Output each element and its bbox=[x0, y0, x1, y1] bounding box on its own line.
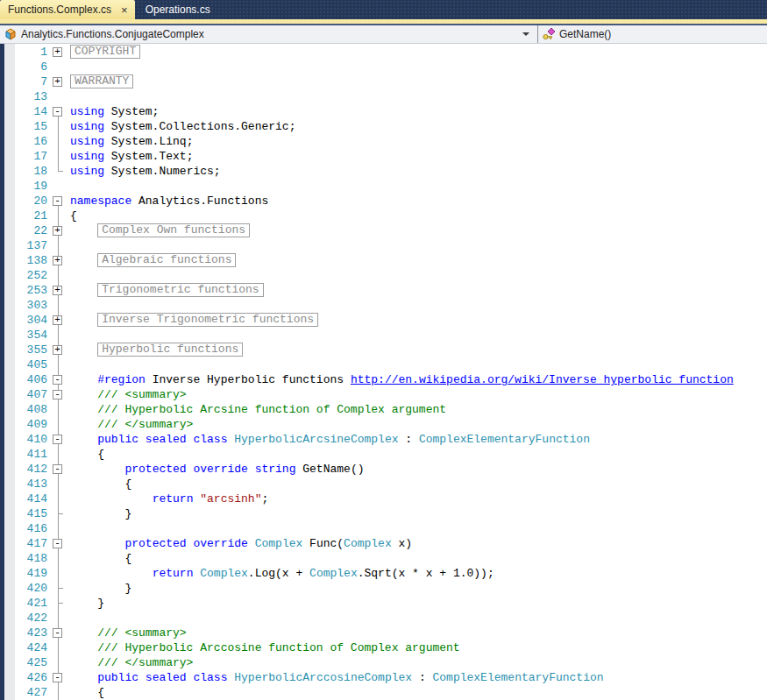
code-token bbox=[70, 537, 124, 550]
code-editor-surface[interactable]: 1+COPYRIGHT67+WARRANTY1314-using System;… bbox=[0, 44, 767, 700]
collapse-region-button[interactable]: - bbox=[53, 196, 62, 206]
chevron-down-icon[interactable] bbox=[522, 32, 529, 36]
collapse-region-button[interactable]: - bbox=[53, 375, 62, 385]
code-token bbox=[70, 433, 97, 446]
code-text[interactable]: /// Hyperbolic Arccosine function of Com… bbox=[70, 640, 767, 655]
indent bbox=[70, 314, 97, 327]
code-line: 304+ Inverse Trigonometric functions bbox=[0, 313, 767, 328]
collapsed-region-box[interactable]: Algebraic functions bbox=[97, 253, 236, 267]
code-text[interactable]: /// </summary> bbox=[70, 417, 767, 432]
code-text[interactable]: using System; bbox=[70, 104, 767, 119]
code-token bbox=[70, 567, 153, 580]
code-token: System; bbox=[104, 105, 159, 118]
code-line: 18using System.Numerics; bbox=[0, 164, 767, 179]
hyperlink[interactable]: http://en.wikipedia.org/wiki/Inverse_hyp… bbox=[351, 373, 734, 386]
collapse-region-button[interactable]: - bbox=[53, 464, 62, 474]
code-line: 417- protected override Complex Func(Com… bbox=[0, 536, 767, 551]
outline-line bbox=[58, 477, 59, 491]
code-text[interactable] bbox=[70, 328, 767, 343]
code-text[interactable]: using System.Text; bbox=[70, 149, 767, 164]
code-text[interactable]: Trigonometric functions bbox=[70, 283, 767, 298]
code-line: 420 } bbox=[0, 581, 767, 596]
collapse-region-button[interactable]: - bbox=[53, 435, 62, 444]
code-text[interactable]: using System.Numerics; bbox=[70, 164, 767, 179]
code-text[interactable]: return "arcsinh"; bbox=[70, 491, 767, 506]
code-text[interactable] bbox=[70, 268, 767, 283]
collapsed-region-box[interactable]: Inverse Trigonometric functions bbox=[97, 313, 318, 327]
code-text[interactable]: public sealed class HyperbolicArcsineCom… bbox=[70, 432, 767, 447]
collapse-region-button[interactable]: - bbox=[53, 107, 62, 117]
code-text[interactable]: } bbox=[70, 506, 767, 521]
tab-operations[interactable]: Operations.cs bbox=[135, 0, 221, 19]
close-icon[interactable]: × bbox=[121, 4, 128, 16]
code-text[interactable] bbox=[70, 89, 767, 104]
fold-margin bbox=[50, 179, 70, 194]
code-token: HyperbolicArcsineComplex bbox=[234, 433, 398, 446]
member-dropdown[interactable]: GetName() bbox=[538, 25, 767, 43]
code-token: System.Collections.Generic; bbox=[104, 120, 295, 133]
code-text[interactable]: { bbox=[70, 477, 767, 491]
line-number: 18 bbox=[0, 164, 50, 179]
code-text[interactable]: return Complex.Log(x + Complex.Sqrt(x * … bbox=[70, 566, 767, 581]
code-text[interactable]: } bbox=[70, 581, 767, 596]
expand-region-button[interactable]: + bbox=[53, 77, 62, 87]
code-text[interactable]: { bbox=[70, 685, 767, 700]
expand-region-button[interactable]: + bbox=[53, 47, 62, 57]
code-text[interactable]: } bbox=[70, 596, 767, 611]
code-text[interactable]: /// </summary> bbox=[70, 655, 767, 670]
code-text[interactable]: public sealed class HyperbolicArccosineC… bbox=[70, 670, 767, 685]
class-icon bbox=[4, 27, 18, 41]
collapsed-region-box[interactable]: Complex Own functions bbox=[97, 223, 250, 237]
collapse-region-button[interactable]: - bbox=[53, 628, 62, 638]
code-text[interactable] bbox=[70, 179, 767, 194]
code-text[interactable] bbox=[70, 611, 767, 626]
fold-margin bbox=[50, 491, 70, 506]
code-text[interactable] bbox=[70, 238, 767, 253]
code-text[interactable]: { bbox=[70, 551, 767, 566]
tab-functions-complex[interactable]: Functions.Complex.cs × bbox=[0, 0, 135, 19]
code-text[interactable]: Complex Own functions bbox=[70, 223, 767, 238]
code-text[interactable]: Algebraic functions bbox=[70, 253, 767, 268]
code-token: Func( bbox=[302, 537, 344, 550]
code-text[interactable]: #region Inverse Hyperbolic functions htt… bbox=[70, 372, 767, 387]
fold-margin bbox=[50, 447, 70, 462]
code-text[interactable]: WARRANTY bbox=[70, 74, 767, 89]
outline-line bbox=[58, 417, 59, 432]
collapse-region-button[interactable]: - bbox=[53, 673, 62, 682]
code-text[interactable] bbox=[70, 60, 767, 74]
collapse-region-button[interactable]: - bbox=[53, 390, 62, 399]
code-text[interactable]: namespace Analytics.Functions bbox=[70, 194, 767, 209]
expand-region-button[interactable]: + bbox=[53, 226, 62, 236]
code-line: 252 bbox=[0, 268, 767, 283]
code-text[interactable]: using System.Linq; bbox=[70, 134, 767, 149]
collapsed-region-box[interactable]: Trigonometric functions bbox=[97, 283, 263, 297]
expand-region-button[interactable]: + bbox=[53, 315, 62, 325]
code-text[interactable]: { bbox=[70, 209, 767, 223]
expand-region-button[interactable]: + bbox=[53, 286, 62, 295]
type-dropdown[interactable]: Analytics.Functions.ConjugateComplex bbox=[0, 25, 537, 43]
code-text[interactable]: protected override Complex Func(Complex … bbox=[70, 536, 767, 551]
code-text[interactable] bbox=[70, 521, 767, 536]
code-text[interactable]: /// Hyperbolic Arcsine function of Compl… bbox=[70, 402, 767, 417]
code-text[interactable]: /// <summary> bbox=[70, 626, 767, 640]
code-token bbox=[248, 537, 255, 550]
code-token: Complex bbox=[200, 567, 248, 580]
collapsed-region-box[interactable]: Hyperbolic functions bbox=[97, 343, 243, 357]
collapsed-region-box[interactable]: WARRANTY bbox=[70, 74, 133, 88]
code-text[interactable]: Hyperbolic functions bbox=[70, 343, 767, 357]
code-text[interactable]: { bbox=[70, 447, 767, 462]
code-text[interactable] bbox=[70, 357, 767, 372]
collapse-region-button[interactable]: - bbox=[53, 539, 62, 548]
code-text[interactable]: /// <summary> bbox=[70, 387, 767, 402]
code-text[interactable]: using System.Collections.Generic; bbox=[70, 119, 767, 134]
fold-margin: - bbox=[50, 626, 70, 640]
code-text[interactable] bbox=[70, 298, 767, 313]
type-dropdown-value: Analytics.Functions.ConjugateComplex bbox=[21, 28, 204, 40]
expand-region-button[interactable]: + bbox=[53, 345, 62, 355]
code-text[interactable]: COPYRIGHT bbox=[70, 45, 767, 60]
code-text[interactable]: protected override string GetName() bbox=[70, 462, 767, 477]
code-text[interactable]: Inverse Trigonometric functions bbox=[70, 313, 767, 328]
expand-region-button[interactable]: + bbox=[53, 256, 62, 265]
code-token: #region bbox=[97, 373, 146, 386]
collapsed-region-box[interactable]: COPYRIGHT bbox=[70, 45, 140, 59]
